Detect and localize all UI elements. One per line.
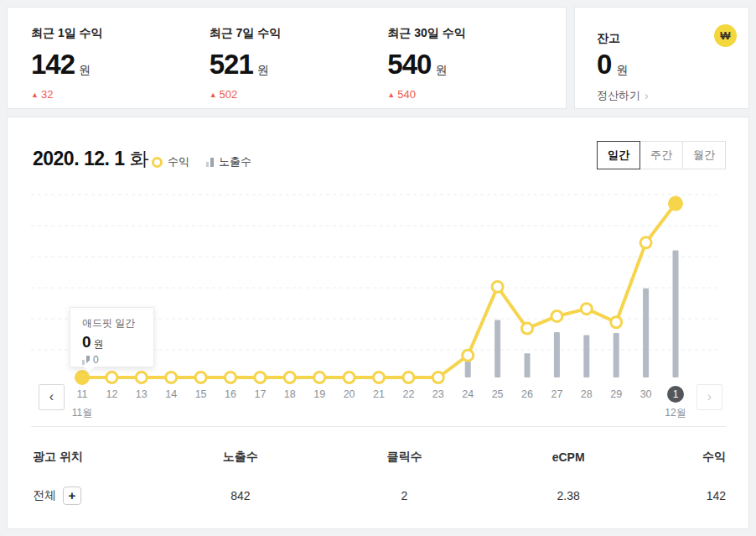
col-header-placement: 광고 위치: [33, 450, 158, 465]
impressions-bars-icon: [206, 158, 214, 167]
revenue-summary-card: 최근 1일 수익 142원 ▲32 최근 7일 수익 521원 ▲502 최근 …: [7, 7, 567, 109]
range-tabs: 일간 주간 월간: [598, 141, 726, 169]
axis-day[interactable]: 15: [186, 386, 216, 403]
axis-day[interactable]: 27: [541, 386, 572, 403]
tooltip-title: 애드핏 일간: [82, 316, 153, 330]
cell-clicks: 2: [323, 489, 487, 502]
next-arrow-button[interactable]: ›: [696, 384, 722, 410]
axis-day[interactable]: 28: [572, 386, 602, 403]
axis-day-selected[interactable]: 1: [667, 386, 684, 403]
axis-day[interactable]: 30: [631, 386, 661, 403]
prev-arrow-button[interactable]: ‹: [39, 384, 65, 410]
axis-day[interactable]: 22: [393, 386, 423, 403]
up-arrow-icon: ▲: [387, 91, 395, 99]
axis-day[interactable]: 14: [156, 386, 186, 403]
stat-delta: ▲502: [210, 88, 388, 101]
settle-link[interactable]: 정산하기 ›: [597, 88, 649, 103]
axis-day[interactable]: 16: [215, 386, 246, 403]
chart-panel: 2020. 12. 1화 수익 노출수 일간 주간 월간 11121314151…: [7, 117, 749, 529]
axis-day[interactable]: 21: [364, 386, 394, 403]
axis-day[interactable]: 19: [304, 386, 334, 403]
axis-day[interactable]: 11: [67, 386, 97, 403]
won-badge-icon: ₩: [714, 24, 737, 47]
impressions-bars-icon: [82, 356, 90, 365]
tooltip-impressions: 0: [82, 354, 153, 366]
summary-row: 최근 1일 수익 142원 ▲32 최근 7일 수익 521원 ▲502 최근 …: [7, 7, 749, 109]
cell-revenue: 142: [650, 489, 726, 502]
axis-month-label: 11월: [64, 406, 101, 420]
row-name: 전체: [33, 488, 56, 503]
stat-recent-30day: 최근 30일 수익 540원 ▲540: [387, 26, 566, 108]
cell-ecpm: 2.38: [486, 489, 650, 502]
axis-day[interactable]: 20: [334, 386, 365, 403]
stat-recent-7day: 최근 7일 수익 521원 ▲502: [210, 26, 388, 108]
tab-daily[interactable]: 일간: [597, 141, 640, 169]
up-arrow-icon: ▲: [31, 91, 39, 99]
col-header-clicks: 클릭수: [323, 450, 487, 465]
x-axis: 1112131415161718192021222324252627282930…: [8, 386, 748, 428]
axis-day[interactable]: 18: [275, 386, 305, 403]
stat-value: 540원: [387, 49, 566, 81]
stat-label: 최근 30일 수익: [387, 26, 566, 41]
section-divider: [31, 426, 726, 427]
col-header-impressions: 노출수: [158, 450, 323, 465]
balance-value: 0원: [597, 49, 737, 81]
axis-day[interactable]: 23: [423, 386, 453, 403]
balance-card: 잔고 ₩ 0원 정산하기 ›: [574, 7, 749, 109]
col-header-revenue: 수익: [650, 450, 726, 465]
stat-delta: ▲540: [387, 88, 566, 101]
table-header-row: 광고 위치 노출수 클릭수 eCPM 수익: [33, 450, 726, 465]
axis-day[interactable]: 29: [601, 386, 631, 403]
chart-tooltip: 애드핏 일간 0원 0: [70, 307, 154, 367]
up-arrow-icon: ▲: [210, 91, 217, 99]
tab-monthly[interactable]: 월간: [682, 141, 726, 169]
axis-day[interactable]: 17: [245, 386, 275, 403]
axis-day[interactable]: 12: [96, 386, 127, 403]
axis-day[interactable]: 25: [483, 386, 513, 403]
expand-row-button[interactable]: +: [63, 487, 81, 505]
revenue-ring-icon: [152, 157, 163, 168]
col-header-ecpm: eCPM: [486, 450, 650, 464]
table-row: 전체 + 842 2 2.38 142: [33, 487, 726, 505]
axis-day[interactable]: 26: [512, 386, 542, 403]
chevron-right-icon: ›: [645, 89, 649, 102]
tooltip-value: 0원: [82, 333, 153, 351]
stat-delta: ▲32: [31, 88, 210, 101]
stat-value: 521원: [210, 49, 388, 81]
axis-day[interactable]: 24: [453, 386, 483, 403]
placement-table: 광고 위치 노출수 클릭수 eCPM 수익 전체 + 842 2 2.38 14…: [33, 450, 726, 505]
stat-label: 최근 1일 수익: [31, 26, 210, 41]
stat-label: 최근 7일 수익: [210, 26, 388, 41]
stat-recent-1day: 최근 1일 수익 142원 ▲32: [31, 26, 210, 108]
stat-value: 142원: [31, 49, 210, 81]
cell-impressions: 842: [158, 489, 323, 502]
axis-day[interactable]: 13: [127, 386, 157, 403]
balance-label: 잔고: [597, 24, 620, 46]
axis-month-label: 12월: [657, 406, 694, 420]
tab-weekly[interactable]: 주간: [639, 141, 683, 169]
